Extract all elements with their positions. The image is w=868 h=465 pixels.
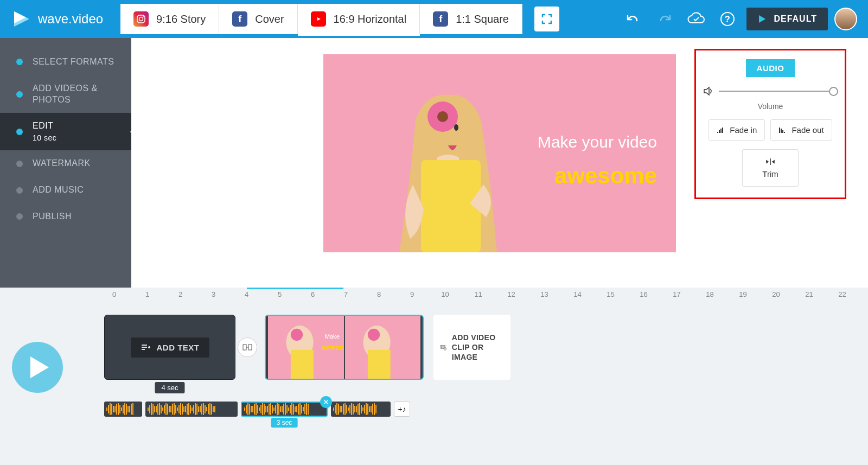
audio-tab[interactable]: AUDIO (746, 59, 795, 77)
user-avatar[interactable] (834, 8, 857, 30)
volume-control: Volume (703, 86, 838, 111)
ruler-tick: 22 (826, 290, 859, 298)
svg-point-17 (291, 329, 303, 341)
ruler-tick: 16 (627, 290, 660, 298)
volume-thumb[interactable] (829, 87, 838, 96)
preview-text-1: Make your video (538, 133, 657, 151)
format-tab-cover[interactable]: f Cover (219, 4, 297, 34)
content-area: SELECT FORMATS ADD VIDEOS & PHOTOS EDIT … (0, 38, 868, 288)
clip-duration: 4 sec (155, 382, 184, 393)
logo-icon (11, 8, 33, 30)
volume-slider[interactable] (719, 91, 838, 92)
fade-out-button[interactable]: Fade out (770, 119, 832, 141)
sidebar-item-label: WATERMARK (33, 158, 91, 168)
svg-rect-10 (421, 160, 481, 252)
audio-segment[interactable]: ✕3 sec (241, 402, 328, 417)
format-tab-label: Cover (255, 13, 284, 26)
youtube-icon (311, 11, 326, 27)
svg-rect-16 (291, 350, 314, 380)
app-header: wave.video 9:16 Story f Cover 16:9 Horiz… (0, 0, 868, 38)
svg-point-4 (143, 16, 144, 17)
logo[interactable]: wave.video (11, 8, 103, 30)
format-tabs: 9:16 Story f Cover 16:9 Horizontal f 1:1… (120, 4, 522, 34)
ruler-tick: 21 (793, 290, 826, 298)
clips-track: ADD TEXT 4 sec Makeawesome 5 sec ADD VID… (104, 315, 510, 380)
fade-out-label: Fade out (792, 125, 824, 135)
logo-text-2: .video (68, 11, 103, 26)
add-clip-button[interactable]: ADD VIDEO CLIP OR IMAGE (433, 315, 510, 380)
sidebar-item-watermark[interactable]: WATERMARK (0, 150, 131, 177)
instagram-icon (133, 11, 149, 27)
ruler-tick: 12 (495, 290, 528, 298)
help-button[interactable]: ? (715, 7, 740, 31)
sidebar-item-publish[interactable]: PUBLISH (0, 203, 131, 230)
trim-label: Trim (762, 169, 778, 179)
fade-in-button[interactable]: Fade in (709, 119, 765, 141)
audio-panel: AUDIO Volume Fade in Fade out (694, 49, 846, 199)
redo-button[interactable] (652, 7, 677, 31)
sidebar-item-label: ADD VIDEOS & PHOTOS (33, 84, 98, 104)
volume-label: Volume (758, 102, 783, 111)
ruler-tick: 0 (98, 290, 131, 298)
format-tab-story[interactable]: 9:16 Story (120, 4, 219, 34)
undo-button[interactable] (621, 7, 646, 31)
add-text-button[interactable]: ADD TEXT (131, 337, 209, 358)
video-preview[interactable]: Make your video awesome (323, 54, 676, 252)
clip-1[interactable]: ADD TEXT 4 sec (104, 315, 235, 380)
ruler-tick: 20 (760, 290, 793, 298)
format-tab-label: 16:9 Horizontal (334, 13, 407, 26)
add-media-icon (440, 341, 446, 354)
default-template-button[interactable]: DEFAULT (746, 8, 828, 30)
svg-text:Make: Make (325, 333, 340, 340)
redo-icon (656, 11, 673, 27)
cloud-save-button[interactable] (684, 7, 709, 31)
ruler-tick: 11 (462, 290, 495, 298)
ruler-tick: 4 (230, 290, 263, 298)
format-tab-square[interactable]: f 1:1 Square (420, 4, 522, 34)
ruler-tick: 7 (329, 290, 362, 298)
audio-track: ✕3 sec+♪ (104, 402, 410, 417)
fullscreen-button[interactable] (534, 7, 559, 31)
undo-icon (625, 11, 641, 27)
remove-audio-icon[interactable]: ✕ (320, 396, 332, 408)
svg-marker-5 (317, 17, 321, 21)
ruler-tick: 19 (726, 290, 760, 298)
audio-duration: 3 sec (271, 418, 298, 428)
fade-in-label: Fade in (730, 125, 757, 135)
preview-person-graphic (361, 76, 557, 252)
svg-text:awesome: awesome (321, 343, 344, 352)
clip-2[interactable]: Makeawesome 5 sec (265, 315, 424, 380)
audio-segment[interactable] (104, 402, 142, 417)
ruler-tick: 3 (197, 290, 230, 298)
timeline-ruler[interactable]: 012345678910111213141516171819202122 (0, 288, 868, 301)
sidebar-item-label: PUBLISH (33, 212, 72, 221)
format-tab-label: 9:16 Story (156, 13, 206, 26)
ruler-tick: 10 (429, 290, 462, 298)
preview-text-2: awesome (554, 163, 657, 189)
sidebar-item-formats[interactable]: SELECT FORMATS (0, 49, 131, 75)
play-button[interactable] (12, 342, 63, 393)
header-right: ? DEFAULT (621, 7, 857, 31)
fullscreen-icon (541, 13, 553, 25)
trim-button[interactable]: Trim (742, 149, 798, 187)
clip-thumb (345, 315, 421, 380)
facebook-icon: f (232, 11, 247, 27)
svg-marker-8 (759, 15, 765, 23)
sidebar-item-add-media[interactable]: ADD VIDEOS & PHOTOS (0, 75, 131, 113)
sidebar-item-music[interactable]: ADD MUSIC (0, 177, 131, 203)
audio-segment[interactable] (331, 402, 391, 417)
trim-icon (765, 157, 775, 166)
transition-button[interactable] (238, 337, 257, 357)
format-tab-label: 1:1 Square (456, 13, 509, 26)
format-tab-horizontal[interactable]: 16:9 Horizontal (298, 4, 420, 34)
audio-segment[interactable] (145, 402, 238, 417)
ruler-tick: 15 (594, 290, 627, 298)
timeline: 012345678910111213141516171819202122 ADD… (0, 288, 868, 465)
add-audio-button[interactable]: +♪ (394, 402, 410, 417)
sidebar-item-label: EDIT (33, 121, 53, 130)
ruler-played-segment (247, 288, 343, 289)
add-text-icon (141, 343, 150, 351)
sidebar-item-edit[interactable]: EDIT 10 sec (0, 113, 131, 150)
sidebar-item-sub: 10 sec (33, 133, 120, 143)
svg-rect-2 (137, 15, 145, 23)
